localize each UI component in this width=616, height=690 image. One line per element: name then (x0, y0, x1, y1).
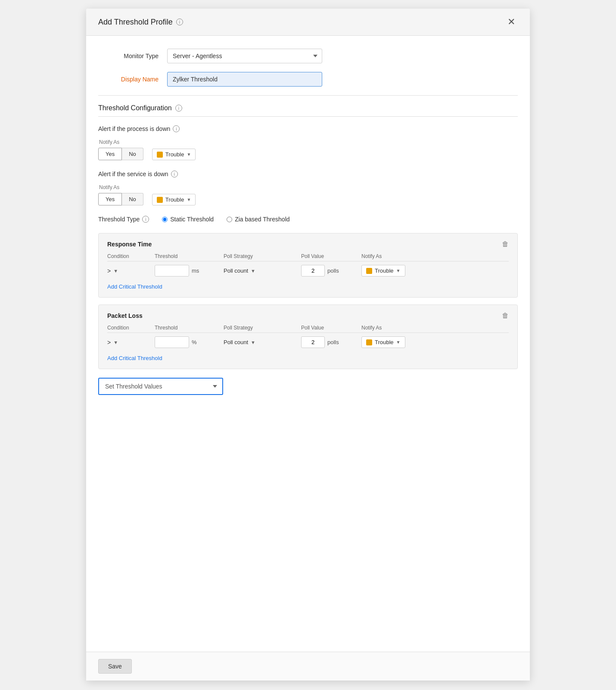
save-button[interactable]: Save (98, 659, 132, 674)
static-threshold-radio[interactable] (162, 217, 168, 222)
alert-service-notify-col: Notify As Yes No (98, 184, 143, 205)
monitor-type-control: Server - Agentless Server - Agent Networ… (167, 49, 383, 63)
packet-loss-name: Packet Loss (107, 312, 143, 319)
response-time-poll-strategy-text: Poll count (224, 267, 248, 274)
threshold-config-info-icon[interactable]: i (175, 105, 182, 112)
alert-service-status-label: Trouble (165, 196, 184, 203)
packet-loss-cols-header: Condition Threshold Poll Strategy Poll V… (107, 325, 509, 333)
alert-service-status-badge[interactable]: Trouble ▼ (152, 194, 196, 205)
alert-process-down-title: Alert if the process is down i (98, 125, 518, 132)
packet-loss-notify-status: Trouble (375, 339, 394, 345)
packet-loss-threshold-cell: % (155, 336, 224, 348)
alert-process-yes-btn[interactable]: Yes (98, 148, 122, 160)
alert-service-notify-row: Notify As Yes No Trouble ▼ (98, 184, 518, 205)
modal-title-text: Add Threshold Profile (98, 18, 173, 27)
zia-threshold-radio[interactable] (227, 217, 232, 222)
response-time-col-poll-value: Poll Value (301, 253, 361, 259)
packet-loss-data-row: > ▼ % Poll count ▼ polls (107, 336, 509, 348)
alert-process-yes-no-group: Yes No (98, 148, 143, 160)
packet-loss-col-notify: Notify As (361, 325, 426, 331)
packet-loss-poll-strategy-cell: Poll count ▼ (224, 339, 301, 346)
alert-process-info-icon[interactable]: i (173, 125, 180, 132)
response-time-polls-unit: polls (327, 267, 339, 274)
packet-loss-col-poll-strategy: Poll Strategy (224, 325, 301, 331)
response-time-poll-value-input[interactable] (301, 265, 325, 277)
response-time-card: Response Time 🗑 Condition Threshold Poll… (98, 233, 518, 298)
response-time-add-critical-btn[interactable]: Add Critical Threshold (107, 283, 162, 290)
packet-loss-threshold-input[interactable] (155, 336, 189, 348)
modal-title-info-icon[interactable]: i (176, 19, 183, 25)
threshold-config-title: Threshold Configuration i (98, 104, 518, 112)
response-time-condition-symbol: > (107, 267, 111, 274)
packet-loss-add-critical-btn[interactable]: Add Critical Threshold (107, 355, 162, 361)
threshold-type-label-text: Threshold Type (98, 216, 140, 223)
modal-title: Add Threshold Profile i (98, 18, 183, 27)
response-time-delete-icon[interactable]: 🗑 (502, 240, 509, 248)
threshold-type-info-icon[interactable]: i (142, 216, 149, 223)
packet-loss-notify-square (366, 339, 372, 345)
response-time-col-threshold: Threshold (155, 253, 224, 259)
packet-loss-condition-dropdown[interactable]: ▼ (112, 339, 119, 346)
alert-process-notify-label: Notify As (98, 139, 143, 145)
alert-process-notify-row: Notify As Yes No Trouble ▼ (98, 139, 518, 160)
static-threshold-option[interactable]: Static Threshold (162, 216, 214, 223)
response-time-condition-cell: > ▼ (107, 267, 155, 274)
divider-1 (98, 95, 518, 96)
response-time-threshold-input[interactable] (155, 265, 189, 277)
static-threshold-label: Static Threshold (170, 216, 214, 223)
response-time-name: Response Time (107, 241, 152, 248)
alert-service-info-icon[interactable]: i (171, 171, 178, 177)
zia-threshold-option[interactable]: Zia based Threshold (227, 216, 289, 223)
packet-loss-card: Packet Loss 🗑 Condition Threshold Poll S… (98, 305, 518, 369)
packet-loss-condition-cell: > ▼ (107, 339, 155, 346)
response-time-poll-value-cell: polls (301, 265, 361, 277)
packet-loss-polls-unit: polls (327, 339, 339, 345)
packet-loss-unit: % (192, 339, 197, 345)
response-time-condition-dropdown[interactable]: ▼ (112, 267, 119, 274)
alert-service-down-title: Alert if the service is down i (98, 171, 518, 177)
threshold-type-row: Threshold Type i Static Threshold Zia ba… (98, 216, 518, 223)
display-name-input[interactable] (167, 72, 322, 87)
alert-process-down-label: Alert if the process is down (98, 125, 170, 132)
monitor-type-row: Monitor Type Server - Agentless Server -… (98, 49, 518, 63)
response-time-notify-status: Trouble (375, 267, 394, 274)
alert-service-down-label: Alert if the service is down (98, 171, 168, 177)
alert-service-notify-label: Notify As (98, 184, 143, 190)
alert-process-no-btn[interactable]: No (122, 148, 143, 160)
modal-body: Monitor Type Server - Agentless Server -… (86, 36, 530, 652)
alert-service-down-section: Alert if the service is down i Notify As… (98, 171, 518, 205)
threshold-type-label: Threshold Type i (98, 216, 149, 223)
alert-process-status-label: Trouble (165, 151, 184, 158)
alert-process-status-square (157, 152, 163, 158)
alert-service-yes-btn[interactable]: Yes (98, 193, 122, 205)
alert-service-status-arrow: ▼ (187, 197, 191, 202)
packet-loss-poll-value-input[interactable] (301, 336, 325, 348)
response-time-notify-badge[interactable]: Trouble ▼ (361, 265, 405, 277)
close-button[interactable]: ✕ (505, 16, 518, 28)
packet-loss-notify-badge[interactable]: Trouble ▼ (361, 336, 405, 348)
packet-loss-poll-strategy-dropdown[interactable]: ▼ (250, 339, 256, 346)
alert-process-status-arrow: ▼ (187, 152, 191, 157)
response-time-notify-cell: Trouble ▼ (361, 265, 426, 277)
response-time-col-notify: Notify As (361, 253, 426, 259)
alert-process-down-section: Alert if the process is down i Notify As… (98, 125, 518, 160)
response-time-poll-strategy-cell: Poll count ▼ (224, 267, 301, 274)
packet-loss-notify-arrow: ▼ (396, 340, 401, 345)
display-name-label: Display Name (98, 76, 167, 83)
add-threshold-profile-modal: Add Threshold Profile i ✕ Monitor Type S… (86, 9, 530, 681)
alert-process-status-badge[interactable]: Trouble ▼ (152, 149, 196, 160)
packet-loss-col-condition: Condition (107, 325, 155, 331)
packet-loss-notify-cell: Trouble ▼ (361, 336, 426, 348)
packet-loss-condition-symbol: > (107, 339, 111, 346)
response-time-col-poll-strategy: Poll Strategy (224, 253, 301, 259)
response-time-threshold-cell: ms (155, 265, 224, 277)
response-time-poll-strategy-dropdown[interactable]: ▼ (250, 267, 256, 274)
response-time-unit: ms (192, 267, 199, 274)
alert-service-no-btn[interactable]: No (122, 193, 143, 205)
packet-loss-delete-icon[interactable]: 🗑 (502, 312, 509, 320)
set-threshold-select[interactable]: Set Threshold Values (98, 378, 223, 395)
divider-2 (98, 116, 518, 117)
display-name-row: Display Name (98, 72, 518, 87)
monitor-type-select[interactable]: Server - Agentless Server - Agent Networ… (167, 49, 322, 63)
threshold-config-title-text: Threshold Configuration (98, 104, 172, 112)
